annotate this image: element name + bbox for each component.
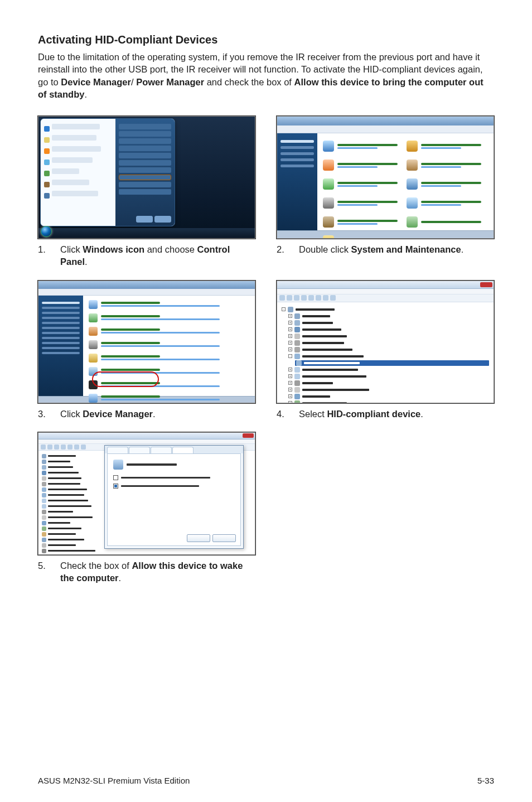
start-item <box>44 189 112 200</box>
start-orb-icon[interactable] <box>41 226 52 237</box>
node-disk[interactable]: + <box>288 320 489 326</box>
step-2-block: 2. Double click System and Maintenance. <box>277 116 494 268</box>
cat-appearance[interactable] <box>407 157 488 173</box>
close-icon[interactable] <box>480 282 492 287</box>
close-icon[interactable] <box>243 433 254 438</box>
cat-hardware[interactable] <box>323 195 404 211</box>
screenshot-start-menu <box>38 116 255 239</box>
item-list <box>83 296 255 396</box>
address-bar <box>38 289 255 296</box>
caption-text: Check the box of <box>60 561 132 571</box>
window-chrome <box>277 281 494 289</box>
intro-bold-device-manager: Device Manager <box>61 77 131 87</box>
caption-text: . <box>420 409 423 419</box>
cat-system-maintenance[interactable] <box>323 138 404 154</box>
start-item <box>44 178 112 189</box>
toolbar-icon[interactable] <box>301 295 307 301</box>
item-performance[interactable] <box>89 380 249 389</box>
node-1394[interactable]: + <box>288 374 489 379</box>
cat-network[interactable] <box>323 176 404 192</box>
item-update[interactable] <box>89 340 249 349</box>
menu-bar <box>38 439 255 444</box>
caption-bold: Windows icon <box>83 244 144 254</box>
node-floppy-ctrl[interactable]: + <box>288 347 489 352</box>
toolbar-icon[interactable] <box>294 295 299 301</box>
cat-security[interactable] <box>323 157 404 173</box>
node-mice[interactable]: + <box>288 387 489 393</box>
caption-bold: HID-compliant device <box>327 409 420 419</box>
item-welcome[interactable] <box>89 300 249 309</box>
step-number: 3. <box>38 408 49 420</box>
toolbar-icon[interactable] <box>316 295 321 301</box>
node-computer[interactable]: + <box>288 313 489 319</box>
step-4-caption: 4. Select HID-compliant device. <box>277 408 494 420</box>
node-root[interactable]: - <box>282 307 489 312</box>
toolbar <box>277 294 494 302</box>
page-footer: ASUS M2N32-SLI Premium Vista Edition 5-3… <box>38 776 494 785</box>
toolbar-icon[interactable] <box>287 295 292 301</box>
item-backup[interactable] <box>89 313 249 322</box>
tab-details[interactable] <box>151 447 172 453</box>
caption-bold: System and Maintenance <box>351 244 461 254</box>
cat-programs[interactable] <box>323 214 404 230</box>
start-power-buttons[interactable] <box>136 216 171 223</box>
step-4-block: - + + + + + + - + + + + + + + + + + + + <box>277 281 494 420</box>
taskbar <box>38 228 255 238</box>
start-item-control-panel[interactable] <box>119 175 171 180</box>
node-display[interactable]: + <box>288 327 489 332</box>
item-system[interactable] <box>89 327 249 336</box>
device-tree: - + + + + + + - + + + + + + + + + + + + <box>277 302 494 403</box>
tab-power-management[interactable] <box>172 447 194 453</box>
checkbox-label <box>121 485 199 487</box>
item-device-manager[interactable] <box>89 394 249 403</box>
caption-text: . <box>85 257 88 267</box>
screenshot-device-manager-tree: - + + + + + + - + + + + + + + + + + + + <box>277 281 494 403</box>
cancel-button[interactable] <box>212 534 236 542</box>
toolbar-icon[interactable] <box>308 295 314 301</box>
caption-text: Select <box>299 409 327 419</box>
cat-mobile-pc[interactable] <box>323 233 404 239</box>
caption-text: Click <box>60 409 83 419</box>
window-chrome <box>38 433 255 439</box>
node-monitors[interactable]: + <box>288 394 489 399</box>
node-hid-compliant-device[interactable] <box>295 360 489 366</box>
node-floppy[interactable]: + <box>288 340 489 346</box>
footer-left: ASUS M2N32-SLI Premium Vista Edition <box>38 776 190 785</box>
start-item <box>44 156 112 167</box>
node-network[interactable]: + <box>288 400 489 403</box>
checkbox-wake-computer[interactable] <box>113 484 235 489</box>
start-menu-right <box>115 119 175 226</box>
caption-text: and choose <box>144 244 197 254</box>
item-indexing[interactable] <box>89 367 249 376</box>
step-number: 4. <box>277 408 288 420</box>
cat-clock-region[interactable] <box>407 176 488 192</box>
toolbar-icon[interactable] <box>330 295 336 301</box>
checkbox-turn-off-device[interactable] <box>113 475 235 480</box>
window-titlebar <box>38 281 255 289</box>
checkbox-icon[interactable] <box>113 475 118 480</box>
tab-general[interactable] <box>107 447 128 453</box>
category-grid <box>317 133 494 230</box>
toolbar-icon[interactable] <box>323 295 328 301</box>
intro-sep: / <box>131 77 136 87</box>
cat-ease-access[interactable] <box>407 195 488 211</box>
ok-button[interactable] <box>187 534 210 542</box>
toolbar-icon[interactable] <box>279 295 285 301</box>
device-header <box>113 460 235 470</box>
caption-text: . <box>119 573 122 583</box>
tab-driver[interactable] <box>129 447 150 453</box>
device-icon <box>113 460 123 470</box>
tree-behind-dialog <box>38 451 105 554</box>
checkbox-icon[interactable] <box>113 484 118 489</box>
item-power[interactable] <box>89 354 249 363</box>
device-label <box>127 463 177 466</box>
start-item <box>44 144 112 156</box>
node-keyboards[interactable]: + <box>288 380 489 386</box>
node-ide[interactable]: + <box>288 367 489 373</box>
node-dvd[interactable]: + <box>288 334 489 339</box>
cat-user-accounts[interactable] <box>407 138 488 154</box>
step-5-caption: 5. Check the box of Allow this device to… <box>38 559 255 584</box>
node-hid[interactable]: - <box>288 354 489 359</box>
cat-additional[interactable] <box>407 214 488 230</box>
step-3-caption: 3. Click Device Manager. <box>38 408 255 420</box>
